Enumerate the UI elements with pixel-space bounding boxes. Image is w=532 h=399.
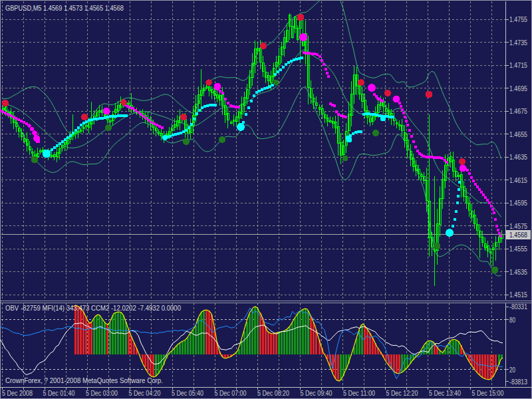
svg-text:1.4635: 1.4635 bbox=[509, 153, 527, 161]
svg-text:5 Dec 13:40: 5 Dec 13:40 bbox=[429, 389, 461, 397]
svg-text:CrownForex, ? 2001-2008 MetaQu: CrownForex, ? 2001-2008 MetaQuotes Softw… bbox=[5, 376, 163, 384]
svg-text:1.4615: 1.4615 bbox=[509, 176, 527, 184]
svg-text:1.4535: 1.4535 bbox=[509, 268, 527, 276]
svg-text:5 Dec 05:40: 5 Dec 05:40 bbox=[172, 389, 203, 397]
svg-text:1.4555: 1.4555 bbox=[509, 245, 527, 253]
svg-text:5 Dec 07:00: 5 Dec 07:00 bbox=[215, 389, 247, 397]
svg-text:1.4755: 1.4755 bbox=[509, 15, 527, 23]
svg-text:80: 80 bbox=[509, 316, 515, 324]
svg-text:-83813: -83813 bbox=[509, 378, 527, 386]
svg-text:20: 20 bbox=[509, 366, 515, 374]
svg-text:OBV -82759 MFI(14) 343.473 C: OBV -82759 MFI(14) 343.473 CCM2 -12.0202… bbox=[5, 304, 181, 312]
svg-text:1.4575: 1.4575 bbox=[509, 222, 527, 230]
svg-text:5 Dec 08:20: 5 Dec 08:20 bbox=[257, 389, 289, 397]
svg-text:1.4595: 1.4595 bbox=[509, 199, 527, 207]
svg-text:1.4675: 1.4675 bbox=[509, 107, 527, 115]
svg-text:-80331: -80331 bbox=[509, 303, 527, 311]
svg-text:1.4715: 1.4715 bbox=[509, 61, 527, 69]
svg-text:5 Dec 2008: 5 Dec 2008 bbox=[2, 389, 33, 397]
svg-text:1.4568: 1.4568 bbox=[509, 231, 527, 239]
svg-text:5 Dec 15:00: 5 Dec 15:00 bbox=[472, 389, 504, 397]
svg-text:1.4735: 1.4735 bbox=[509, 39, 527, 47]
svg-text:5 Dec 04:20: 5 Dec 04:20 bbox=[129, 389, 161, 397]
svg-text:GBPUSD,M5 1.4569 1.4573 1.456: GBPUSD,M5 1.4569 1.4573 1.4565 1.4568 bbox=[5, 4, 124, 12]
svg-text:5 Dec 01:40: 5 Dec 01:40 bbox=[43, 389, 75, 397]
svg-text:5 Dec 12:20: 5 Dec 12:20 bbox=[386, 389, 418, 397]
svg-text:1.4655: 1.4655 bbox=[509, 130, 527, 138]
svg-text:1.4515: 1.4515 bbox=[509, 291, 527, 299]
svg-text:5 Dec 03:00: 5 Dec 03:00 bbox=[86, 389, 118, 397]
svg-text:5 Dec 11:00: 5 Dec 11:00 bbox=[343, 389, 375, 397]
svg-text:1.4695: 1.4695 bbox=[509, 84, 527, 92]
svg-text:5 Dec 09:40: 5 Dec 09:40 bbox=[301, 389, 332, 397]
